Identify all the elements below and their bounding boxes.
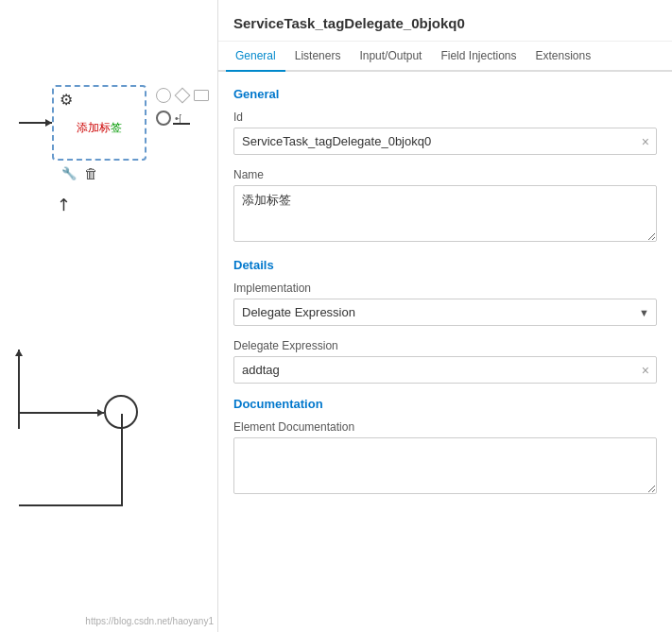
id-input-wrapper: × [233, 128, 657, 155]
general-section-title: General [233, 87, 657, 101]
id-clear-button[interactable]: × [640, 135, 651, 148]
documentation-section-title: Documentation [233, 397, 657, 411]
tab-field-injections[interactable]: Field Injections [431, 42, 526, 72]
id-label: Id [233, 111, 657, 124]
implementation-select-wrapper: Java Class Expression Delegate Expressio… [233, 299, 657, 326]
tab-general[interactable]: General [226, 42, 285, 72]
canvas-area: ⚙ 添加标签 •·[ 🔧 🗑 ↗ https://blog.csdn.net/h… [0, 0, 217, 632]
diagonal-arrow: ↗ [51, 192, 76, 216]
tab-input-output[interactable]: Input/Output [350, 42, 431, 72]
watermark: https://blog.csdn.net/haoyany1 [85, 616, 214, 626]
flow-line-down [121, 414, 123, 506]
implementation-select[interactable]: Java Class Expression Delegate Expressio… [233, 299, 657, 326]
shape-diamond[interactable] [175, 88, 191, 104]
shape-palette: •·[ [156, 88, 209, 126]
element-documentation-label: Element Documentation [233, 420, 657, 434]
flow-arrow-up [18, 350, 20, 429]
panel-content: General Id × Name 添加标签 Details Implement… [218, 72, 672, 632]
task-label: 添加标签 [77, 120, 122, 136]
id-input[interactable] [233, 128, 657, 155]
name-field-group: Name 添加标签 [233, 168, 657, 245]
delegate-expression-field-group: Delegate Expression × [233, 339, 657, 384]
implementation-label: Implementation [233, 282, 657, 295]
shape-circle-bold[interactable] [156, 111, 171, 126]
delegate-expression-input-wrapper: × [233, 356, 657, 384]
shape-dots: •·[ [175, 113, 181, 124]
implementation-field-group: Implementation Java Class Expression Del… [233, 282, 657, 326]
panel-title: ServiceTask_tagDelegate_0bjokq0 [218, 0, 672, 42]
gear-icon: ⚙ [60, 91, 73, 109]
delegate-expression-label: Delegate Expression [233, 339, 657, 352]
element-documentation-textarea[interactable] [233, 437, 657, 494]
delegate-expression-input[interactable] [233, 356, 657, 384]
shape-rect[interactable] [194, 90, 209, 101]
shape-circle[interactable] [156, 88, 171, 103]
element-documentation-field-group: Element Documentation [233, 420, 657, 497]
id-field-group: Id × [233, 111, 657, 155]
connector-h [173, 123, 190, 125]
task-toolbar: 🔧 🗑 [61, 165, 98, 181]
service-task-node[interactable]: ⚙ 添加标签 [52, 85, 146, 161]
flow-arrow-left [19, 122, 52, 124]
flow-line-left [19, 504, 123, 506]
wrench-icon[interactable]: 🔧 [61, 166, 77, 180]
delete-icon[interactable]: 🗑 [84, 165, 98, 181]
delegate-expression-clear-button[interactable]: × [640, 364, 651, 377]
tab-extensions[interactable]: Extensions [526, 42, 601, 72]
tab-listeners[interactable]: Listeners [285, 42, 351, 72]
flow-arrow-start [19, 412, 104, 414]
details-section-title: Details [233, 258, 657, 272]
name-textarea[interactable]: 添加标签 [233, 185, 657, 242]
properties-panel: ServiceTask_tagDelegate_0bjokq0 General … [217, 0, 672, 632]
tabs-bar: General Listeners Input/Output Field Inj… [218, 42, 672, 72]
name-label: Name [233, 168, 657, 181]
